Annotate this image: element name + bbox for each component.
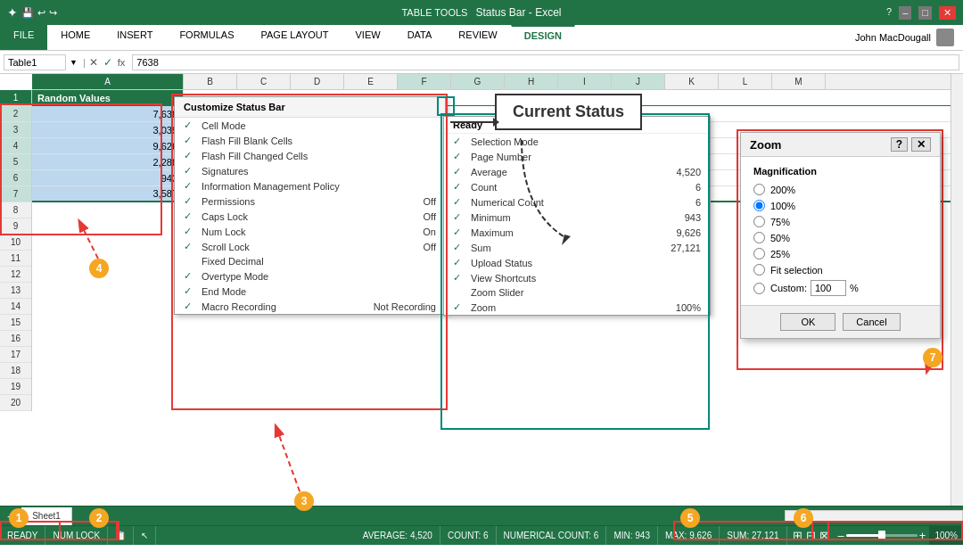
col-header-l[interactable]: L	[719, 74, 772, 89]
formula-input[interactable]	[132, 54, 959, 70]
zoom-radio-25[interactable]	[753, 248, 765, 259]
zoom-radio-fit[interactable]	[753, 264, 765, 276]
cell-a7[interactable]: 3,587	[32, 186, 184, 201]
zoom-radio-75[interactable]	[753, 216, 765, 227]
tab-design[interactable]: DESIGN	[511, 25, 575, 50]
menu-item-info-mgmt[interactable]: ✓ Information Management Policy	[175, 178, 445, 194]
cancel-formula-icon[interactable]: ✕	[89, 56, 98, 69]
minimize-icon[interactable]: –	[899, 6, 911, 20]
undo-icon[interactable]: ↩	[37, 7, 45, 19]
zoom-option-75[interactable]: 75%	[753, 216, 927, 227]
col-header-a[interactable]: A	[32, 74, 184, 89]
close-icon[interactable]: ✕	[939, 6, 956, 20]
zoom-percent[interactable]: 100%	[929, 526, 963, 545]
name-box[interactable]	[4, 54, 66, 70]
save-icon[interactable]: 💾	[21, 7, 34, 19]
menu-label: Cell Mode	[202, 120, 436, 131]
tab-view[interactable]: VIEW	[342, 25, 394, 50]
status-min: MIN: 943	[606, 526, 658, 545]
zoom-option-100[interactable]: 100%	[753, 200, 927, 211]
menu-value: 4,520	[656, 167, 701, 177]
menu-item-signatures[interactable]: ✓ Signatures	[175, 163, 445, 178]
tab-formulas[interactable]: FORMULAS	[166, 25, 247, 50]
row-num-14: 14	[0, 299, 31, 315]
zoom-minus-icon[interactable]: –	[838, 529, 844, 542]
zoom-custom-input[interactable]	[811, 280, 846, 296]
menu-item-scroll-lock[interactable]: ✓ Scroll Lock Off	[175, 239, 445, 254]
ribbon-tabs: FILE HOME INSERT FORMULAS PAGE LAYOUT VI…	[0, 25, 963, 50]
cell-a5[interactable]: 2,288	[32, 154, 184, 169]
badge-5: 5	[680, 508, 700, 528]
zoom-option-200[interactable]: 200%	[753, 184, 927, 195]
tab-data[interactable]: DATA	[394, 25, 446, 50]
zoom-close-button[interactable]: ✕	[911, 137, 931, 152]
tab-page-layout[interactable]: PAGE LAYOUT	[248, 25, 342, 50]
zoom-help-button[interactable]: ?	[891, 137, 908, 152]
menu-item-end-mode[interactable]: ✓ End Mode	[175, 284, 445, 299]
menu-item-overtype[interactable]: ✓ Overtype Mode	[175, 268, 445, 284]
right-scrollbar[interactable]	[951, 74, 963, 506]
maximize-icon[interactable]: □	[918, 6, 932, 20]
menu-item-flash-fill-changed[interactable]: ✓ Flash Fill Changed Cells	[175, 148, 445, 163]
zoom-cancel-button[interactable]: Cancel	[843, 313, 900, 331]
tab-home[interactable]: HOME	[47, 25, 103, 50]
menu-value: Off	[424, 242, 436, 252]
menu-item-macro-recording[interactable]: ✓ Macro Recording Not Recording	[175, 299, 445, 314]
context-menu-title: Customize Status Bar	[175, 97, 445, 118]
window-controls[interactable]: ? – □ ✕	[886, 6, 956, 20]
col-menu-item-zoom[interactable]: ✓ Zoom 100%	[444, 300, 710, 315]
col-header-j[interactable]: J	[612, 74, 665, 89]
zoom-radio-100[interactable]	[753, 200, 765, 211]
menu-item-flash-fill-blank[interactable]: ✓ Flash Fill Blank Cells	[175, 133, 445, 148]
col-header-g[interactable]: G	[451, 74, 505, 89]
menu-item-caps-lock[interactable]: ✓ Caps Lock Off	[175, 209, 445, 224]
redo-icon[interactable]: ↪	[49, 7, 57, 19]
menu-item-permissions[interactable]: ✓ Permissions Off	[175, 194, 445, 209]
zoom-option-25[interactable]: 25%	[753, 248, 927, 259]
check-icon: ✓	[184, 135, 198, 146]
zoom-radio-50[interactable]	[753, 232, 765, 243]
col-menu-item-zoom-slider[interactable]: Zoom Slider	[444, 285, 710, 300]
menu-label: Fixed Decimal	[202, 256, 436, 267]
tab-review[interactable]: REVIEW	[445, 25, 510, 50]
page-layout-view-icon[interactable]: ⊟	[806, 529, 816, 542]
zoom-slider[interactable]	[846, 534, 918, 537]
sheet-tab-1[interactable]: Sheet1	[21, 507, 72, 525]
zoom-option-fit[interactable]: Fit selection	[753, 264, 927, 276]
name-box-dropdown-icon[interactable]: ▼	[70, 58, 78, 67]
row-num-4: 4	[0, 138, 31, 154]
status-cursor-icon[interactable]: ↖	[134, 526, 156, 545]
tab-insert[interactable]: INSERT	[103, 25, 166, 50]
tab-file[interactable]: FILE	[0, 25, 47, 50]
col-header-d[interactable]: D	[291, 74, 344, 89]
menu-item-fixed-decimal[interactable]: Fixed Decimal	[175, 254, 445, 268]
insert-function-icon[interactable]: fx	[118, 57, 126, 68]
col-header-k[interactable]: K	[665, 74, 719, 89]
page-break-view-icon[interactable]: ⊠	[819, 529, 829, 542]
col-header-m[interactable]: M	[772, 74, 826, 89]
zoom-radio-custom[interactable]	[753, 283, 765, 294]
col-header-i[interactable]: I	[558, 74, 612, 89]
cell-a2[interactable]: 7,638	[32, 106, 184, 121]
menu-item-cell-mode[interactable]: ✓ Cell Mode	[175, 118, 445, 133]
col-header-f[interactable]: F	[398, 74, 451, 89]
col-header-h[interactable]: H	[505, 74, 558, 89]
zoom-radio-200[interactable]	[753, 184, 765, 195]
cell-a3[interactable]: 3,039	[32, 122, 184, 137]
status-page-icon[interactable]: 📋	[108, 526, 134, 545]
col-menu-item-upload-status[interactable]: ✓ Upload Status	[444, 255, 710, 270]
col-header-c[interactable]: C	[237, 74, 291, 89]
col-menu-item-view-shortcuts[interactable]: ✓ View Shortcuts	[444, 270, 710, 285]
zoom-ok-button[interactable]: OK	[780, 313, 835, 331]
cell-a4[interactable]: 9,626	[32, 138, 184, 153]
cell-a1[interactable]: Random Values	[32, 90, 184, 105]
menu-item-num-lock[interactable]: ✓ Num Lock On	[175, 224, 445, 239]
cell-a6[interactable]: 943	[32, 170, 184, 185]
help-icon[interactable]: ?	[886, 6, 892, 20]
col-header-e[interactable]: E	[344, 74, 398, 89]
zoom-plus-icon[interactable]: +	[919, 529, 926, 542]
normal-view-icon[interactable]: ⊞	[793, 529, 802, 542]
zoom-option-50[interactable]: 50%	[753, 232, 927, 243]
col-header-b[interactable]: B	[184, 74, 237, 89]
confirm-formula-icon[interactable]: ✓	[103, 56, 112, 69]
